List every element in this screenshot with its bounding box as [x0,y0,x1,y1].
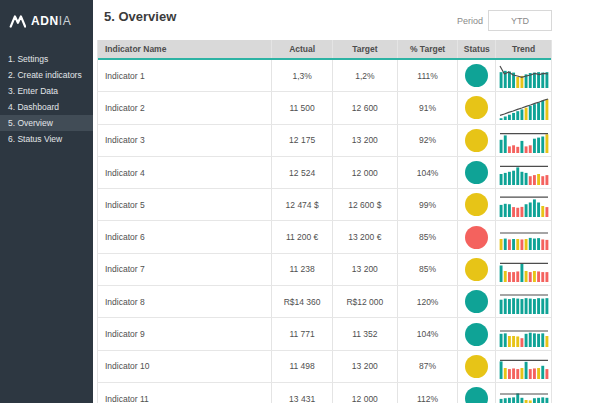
indicator-name-cell[interactable]: Indicator 5 [98,189,271,220]
target-cell[interactable]: 11 352 [332,318,397,349]
indicator-name-cell[interactable]: Indicator 8 [98,286,271,317]
status-dot-teal [465,387,488,403]
indicators-table: Indicator NameActualTarget% TargetStatus… [97,40,552,403]
table-row: Indicator 1011 49813 20087% [98,351,551,383]
table-row: Indicator 611 200 €13 200 €85% [98,221,551,253]
indicator-name-cell[interactable]: Indicator 1 [98,60,271,91]
target-cell[interactable]: 13 200 [332,125,397,156]
trend-cell[interactable] [495,60,551,91]
sidebar-item-settings[interactable]: 1. Settings [0,51,93,67]
table-row: Indicator 711 23813 20085% [98,254,551,286]
status-cell[interactable] [457,254,495,285]
target-cell[interactable]: 13 200 € [332,221,397,252]
status-cell[interactable] [457,318,495,349]
indicator-name-cell[interactable]: Indicator 7 [98,254,271,285]
trend-sparkline [499,257,549,282]
trend-cell[interactable] [495,221,551,252]
pct-target-cell[interactable]: 85% [397,254,458,285]
period-dropdown[interactable]: YTD [488,10,552,31]
target-cell[interactable]: 12 600 $ [332,189,397,220]
actual-cell[interactable]: 11 771 [271,318,332,349]
sidebar: ADNIA 1. Settings2. Create indicators3. … [0,0,93,403]
target-cell[interactable]: 13 200 [332,254,397,285]
actual-cell[interactable]: 12 524 [271,157,332,188]
pct-target-cell[interactable]: 104% [397,318,458,349]
pct-target-cell[interactable]: 91% [397,92,458,123]
sidebar-item-status-view[interactable]: 6. Status View [0,131,93,147]
sidebar-item-enter-data[interactable]: 3. Enter Data [0,83,93,99]
status-cell[interactable] [457,286,495,317]
target-cell[interactable]: 12 000 [332,157,397,188]
sidebar-item-overview[interactable]: 5. Overview [0,115,93,131]
target-cell[interactable]: 12 000 [332,383,397,403]
trend-cell[interactable] [495,318,551,349]
actual-cell[interactable]: 11 500 [271,92,332,123]
main-content: 5. Overview Period YTD Indicator NameAct… [97,0,600,403]
pct-target-cell[interactable]: 112% [397,383,458,403]
pct-target-cell[interactable]: 87% [397,351,458,382]
indicator-name-cell[interactable]: Indicator 4 [98,157,271,188]
status-dot-teal [465,323,488,346]
table-row: Indicator 211 50012 60091% [98,92,551,124]
indicator-name-cell[interactable]: Indicator 3 [98,125,271,156]
target-cell[interactable]: R$12 000 [332,286,397,317]
overview-app-window: ADNIA 1. Settings2. Create indicators3. … [0,0,600,403]
column-header-target: Target [332,40,397,58]
pct-target-cell[interactable]: 120% [397,286,458,317]
status-cell[interactable] [457,157,495,188]
status-cell[interactable] [457,221,495,252]
trend-sparkline [499,322,549,347]
actual-cell[interactable]: 1,3% [271,60,332,91]
pct-target-cell[interactable]: 99% [397,189,458,220]
status-cell[interactable] [457,60,495,91]
actual-cell[interactable]: R$14 360 [271,286,332,317]
indicator-name-cell[interactable]: Indicator 9 [98,318,271,349]
sidebar-item-dashboard[interactable]: 4. Dashboard [0,99,93,115]
status-cell[interactable] [457,351,495,382]
trend-sparkline [499,192,549,217]
indicator-name-cell[interactable]: Indicator 11 [98,383,271,403]
status-dot-teal [465,161,488,184]
trend-cell[interactable] [495,254,551,285]
pct-target-cell[interactable]: 85% [397,221,458,252]
status-cell[interactable] [457,189,495,220]
trend-cell[interactable] [495,286,551,317]
actual-cell[interactable]: 11 238 [271,254,332,285]
status-cell[interactable] [457,125,495,156]
actual-cell[interactable]: 11 498 [271,351,332,382]
indicator-name-cell[interactable]: Indicator 2 [98,92,271,123]
column-header-actual: Actual [271,40,332,58]
actual-cell[interactable]: 11 200 € [271,221,332,252]
pct-target-cell[interactable]: 92% [397,125,458,156]
indicator-name-cell[interactable]: Indicator 10 [98,351,271,382]
trend-cell[interactable] [495,383,551,403]
trend-cell[interactable] [495,351,551,382]
status-dot-yellow [465,258,488,281]
trend-cell[interactable] [495,125,551,156]
brand-text-bold: ADN [31,14,59,28]
status-cell[interactable] [457,92,495,123]
trend-cell[interactable] [495,157,551,188]
trend-sparkline [499,95,549,120]
pct-target-cell[interactable]: 104% [397,157,458,188]
trend-sparkline [499,289,549,314]
status-cell[interactable] [457,383,495,403]
trend-cell[interactable] [495,189,551,220]
actual-cell[interactable]: 13 431 [271,383,332,403]
target-cell[interactable]: 12 600 [332,92,397,123]
table-row: Indicator 1113 43112 000112% [98,383,551,403]
indicator-name-cell[interactable]: Indicator 6 [98,221,271,252]
trend-cell[interactable] [495,92,551,123]
pct-target-cell[interactable]: 111% [397,60,458,91]
status-dot-yellow [465,129,488,152]
period-label: Period [435,16,483,26]
trend-sparkline [499,128,549,153]
adnia-logo: ADNIA [0,0,93,28]
target-cell[interactable]: 1,2% [332,60,397,91]
table-row: Indicator 512 474 $12 600 $99% [98,189,551,221]
actual-cell[interactable]: 12 474 $ [271,189,332,220]
table-row: Indicator 8R$14 360R$12 000120% [98,286,551,318]
sidebar-item-create-indicators[interactable]: 2. Create indicators [0,67,93,83]
actual-cell[interactable]: 12 175 [271,125,332,156]
target-cell[interactable]: 13 200 [332,351,397,382]
